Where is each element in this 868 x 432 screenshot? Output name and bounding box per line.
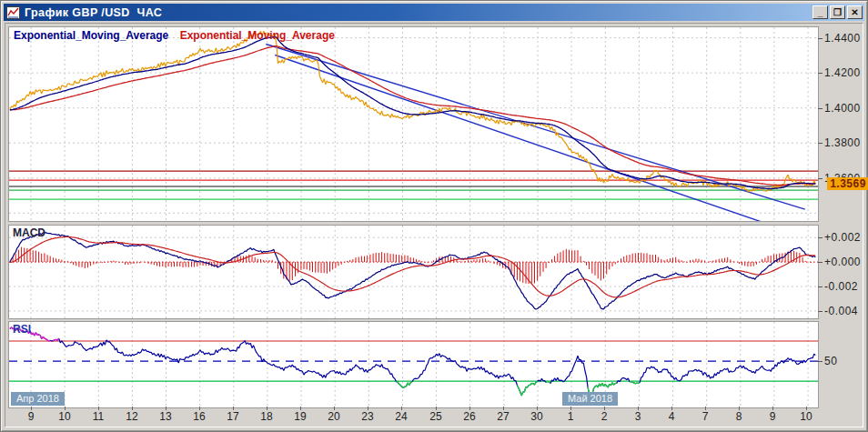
x-axis-day-label: 8 [727,410,751,423]
x-axis-day-label: 18 [255,410,278,423]
minimize-button[interactable]: _ [812,5,828,19]
x-axis-day-label: 27 [491,410,515,423]
price-ytick-mark [818,108,823,109]
macd-ytick-label: +0.000 [824,256,868,268]
x-axis-day-label: 2 [592,410,616,423]
x-axis-day-label: 10 [53,410,76,423]
macd-ytick-mark [818,311,823,312]
current-price-tag: 1.3569 [827,177,868,190]
chart-window: График GBP /USD ЧАС _ ❐ ✕ Exponential_Mo… [0,0,868,432]
window-titlebar[interactable]: График GBP /USD ЧАС _ ❐ ✕ [4,4,864,21]
chart-app-icon [6,6,20,19]
rsi-plot [9,322,818,407]
price-ytick-mark [818,178,823,179]
maximize-button[interactable]: ❐ [830,5,845,19]
price-chart-panel[interactable] [8,26,819,222]
month-badge: Май 2018 [562,392,618,406]
rsi-ytick-mark [818,361,823,362]
macd-plot [9,226,818,318]
x-axis-day-label: 16 [187,410,211,423]
x-axis-day-label: 13 [154,410,177,423]
macd-ytick-mark [818,286,823,287]
window-title: График GBP /USD ЧАС [25,6,811,19]
x-axis-day-label: 20 [322,410,346,423]
price-ytick-label: 1.4000 [824,102,868,115]
x-axis-day-label: 1 [559,410,582,423]
x-axis-day-label: 24 [389,410,413,423]
close-button[interactable]: ✕ [847,5,863,19]
macd-label: MACD [13,226,45,239]
price-plot [9,27,818,221]
x-axis-day-label: 10 [794,410,818,423]
macd-ytick-mark [818,262,823,263]
price-ytick-mark [818,143,823,144]
macd-chart-panel[interactable] [8,225,819,319]
rsi-chart-panel[interactable] [8,321,819,408]
x-axis-day-label: 7 [693,410,717,423]
ema-legend: Exponential_Moving_Average Exponential_M… [14,29,335,42]
ema-slow-label: Exponential_Moving_Average [180,29,335,42]
x-axis-day-label: 3 [626,410,650,423]
price-ytick-mark [818,38,823,39]
ema-fast-label: Exponential_Moving_Average [14,29,168,42]
x-axis-day-label: 23 [356,410,379,423]
x-axis-day-label: 25 [424,410,448,423]
x-axis-day-label: 12 [120,410,144,423]
x-axis-day-label: 4 [660,410,683,423]
x-axis-day-label: 11 [86,410,110,423]
price-ytick-mark [818,73,823,74]
price-ytick-label: 1.4400 [824,32,868,45]
macd-ytick-label: -0.004 [824,305,868,317]
rsi-ytick-label: 50 [824,355,868,367]
x-axis-day-label: 26 [458,410,481,423]
macd-ytick-label: +0.002 [824,231,868,244]
x-axis-day-label: 30 [525,410,549,423]
macd-ytick-mark [818,237,823,238]
x-axis-day-label: 17 [221,410,245,423]
month-badge: Апр 2018 [11,392,65,406]
x-axis-day-label: 9 [19,410,43,423]
macd-ytick-label: -0.002 [824,280,868,293]
x-axis-day-label: 9 [761,410,784,423]
price-ytick-label: 1.3800 [824,136,868,149]
rsi-label: RSI [13,323,31,336]
price-ytick-label: 1.4200 [824,66,868,79]
x-axis-day-label: 19 [288,410,312,423]
